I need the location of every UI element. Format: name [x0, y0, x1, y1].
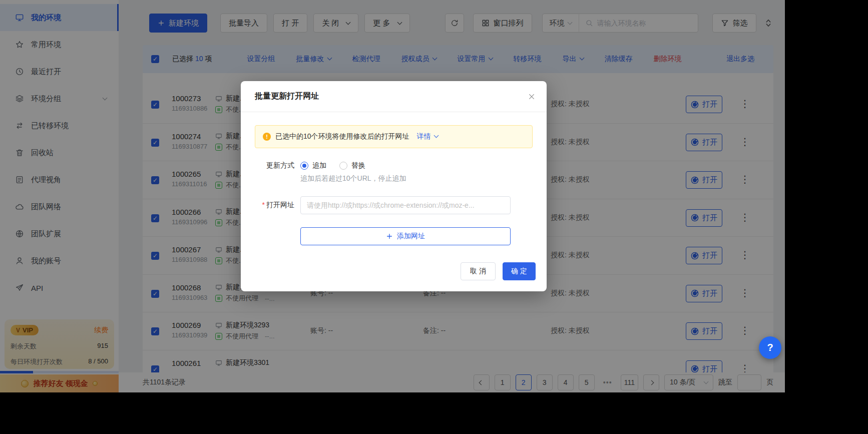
- radio-unselected-icon: [339, 162, 347, 170]
- chevron-down-icon: [433, 133, 439, 138]
- warning-icon: [263, 133, 271, 141]
- confirm-button[interactable]: 确 定: [503, 262, 536, 280]
- open-url-label: *打开网址: [255, 201, 294, 210]
- batch-update-url-dialog: 批量更新打开网址 已选中的10个环境将使用修改后的打开网址 详情 更新方式 追加: [241, 81, 547, 291]
- append-hint: 追加后若超过10个URL，停止追加: [300, 174, 533, 184]
- add-url-button[interactable]: 添加网址: [300, 227, 511, 245]
- close-icon: [528, 93, 536, 101]
- warning-alert: 已选中的10个环境将使用修改后的打开网址 详情: [255, 125, 533, 148]
- required-asterisk: *: [262, 201, 265, 209]
- plus-icon: [386, 233, 393, 240]
- close-dialog-button[interactable]: [528, 93, 536, 101]
- append-radio[interactable]: 追加: [300, 161, 326, 170]
- update-method-label: 更新方式: [255, 161, 294, 170]
- cancel-button[interactable]: 取 消: [461, 262, 496, 280]
- radio-selected-icon: [300, 162, 308, 170]
- open-url-input[interactable]: [300, 196, 511, 214]
- app-window: 我的环境 常用环境 最近打开 环境分组 已转移环境 回收站: [0, 0, 785, 392]
- alert-text: 已选中的10个环境将使用修改后的打开网址: [275, 132, 409, 141]
- help-button[interactable]: ?: [759, 336, 781, 359]
- dialog-title: 批量更新打开网址: [255, 91, 319, 102]
- replace-radio[interactable]: 替换: [339, 161, 365, 170]
- details-link[interactable]: 详情: [417, 132, 438, 141]
- update-method-radios: 追加 替换: [300, 160, 365, 171]
